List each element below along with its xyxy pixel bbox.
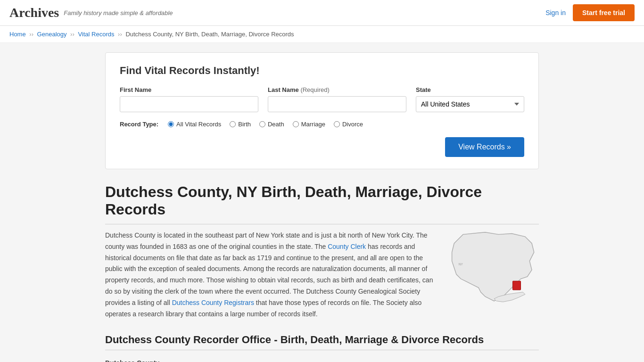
radio-death[interactable]: Death — [259, 121, 284, 128]
start-trial-button[interactable]: Start free trial — [573, 4, 635, 21]
record-type-radio-group: All Vital Records Birth Death Marriage D… — [168, 121, 363, 128]
breadcrumb-current: Dutchess County, NY Birth, Death, Marria… — [125, 31, 294, 38]
radio-all-vital-input[interactable] — [168, 121, 174, 127]
radio-marriage[interactable]: Marriage — [293, 121, 325, 128]
map-container: NY — [449, 230, 539, 320]
radio-divorce[interactable]: Divorce — [334, 121, 363, 128]
last-name-input[interactable] — [268, 96, 406, 112]
radio-marriage-label: Marriage — [301, 121, 325, 128]
radio-divorce-input[interactable] — [334, 121, 340, 127]
office-name: Dutchess County — [105, 357, 539, 362]
site-tagline: Family history made simple & affordable — [64, 9, 173, 16]
breadcrumb-separator-3: ›› — [118, 31, 124, 38]
breadcrumb-separator-2: ›› — [70, 31, 76, 38]
svg-marker-0 — [452, 232, 534, 301]
radio-all-vital[interactable]: All Vital Records — [168, 121, 221, 128]
last-name-group: Last Name (Required) — [268, 86, 406, 112]
search-box: Find Vital Records Instantly! First Name… — [105, 52, 539, 169]
radio-divorce-label: Divorce — [342, 121, 363, 128]
record-type-row: Record Type: All Vital Records Birth Dea… — [120, 121, 524, 128]
content-text: Dutchess County is located in the southe… — [105, 230, 435, 320]
office-info: Dutchess County 22 Market St Poughkeepsi… — [105, 357, 539, 362]
last-name-label: Last Name (Required) — [268, 86, 406, 93]
radio-birth-label: Birth — [238, 121, 251, 128]
breadcrumb-vital-records[interactable]: Vital Records — [78, 31, 114, 38]
site-logo: Archives — [9, 5, 59, 20]
section2-heading: Dutchess County Recorder Office - Birth,… — [105, 334, 539, 350]
radio-marriage-input[interactable] — [293, 121, 299, 127]
header-nav: Sign in Start free trial — [545, 4, 635, 21]
view-records-button[interactable]: View Records » — [445, 137, 524, 157]
county-clerk-link[interactable]: County Clerk — [328, 243, 366, 250]
radio-all-vital-label: All Vital Records — [176, 121, 221, 128]
state-group: State All United States Alabama Alaska A… — [416, 86, 524, 112]
radio-birth[interactable]: Birth — [230, 121, 251, 128]
breadcrumb-separator-1: ›› — [29, 31, 35, 38]
state-select[interactable]: All United States Alabama Alaska Arizona… — [416, 96, 524, 112]
first-name-label: First Name — [120, 86, 258, 93]
breadcrumb-genealogy[interactable]: Genealogy — [37, 31, 67, 38]
radio-birth-input[interactable] — [230, 121, 236, 127]
first-name-input[interactable] — [120, 96, 258, 112]
logo-area: Archives Family history made simple & af… — [9, 5, 173, 20]
view-records-row: View Records » — [120, 137, 524, 157]
state-label: State — [416, 86, 524, 93]
content-with-map: Dutchess County is located in the southe… — [105, 230, 539, 320]
sign-in-link[interactable]: Sign in — [545, 9, 566, 16]
radio-death-input[interactable] — [259, 121, 265, 127]
first-name-group: First Name — [120, 86, 258, 112]
site-header: Archives Family history made simple & af… — [0, 0, 644, 26]
main-content: Find Vital Records Instantly! First Name… — [96, 43, 548, 362]
breadcrumb-home[interactable]: Home — [9, 31, 26, 38]
registrars-link[interactable]: Dutchess County Registrars — [172, 299, 254, 306]
radio-death-label: Death — [268, 121, 284, 128]
svg-text:NY: NY — [459, 263, 463, 266]
page-title: Dutchess County, NY Birth, Death, Marria… — [105, 183, 539, 224]
ny-state-map: NY — [449, 230, 539, 305]
svg-rect-2 — [513, 281, 521, 290]
search-fields: First Name Last Name (Required) State Al… — [120, 86, 524, 112]
body-paragraph: Dutchess County is located in the southe… — [105, 230, 435, 320]
search-title: Find Vital Records Instantly! — [120, 65, 524, 77]
required-label: (Required) — [300, 86, 329, 93]
record-type-label: Record Type: — [120, 121, 158, 128]
breadcrumb: Home ›› Genealogy ›› Vital Records ›› Du… — [0, 26, 644, 43]
